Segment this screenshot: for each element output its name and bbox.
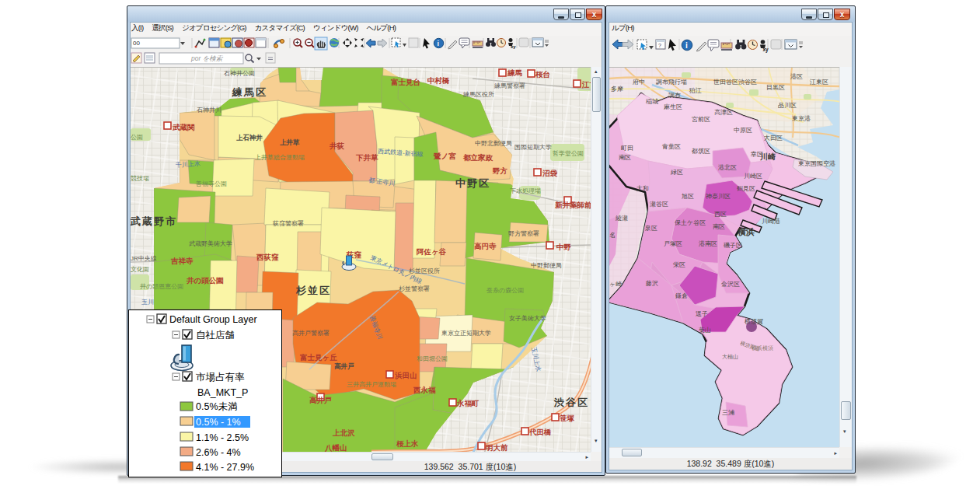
svg-text:練馬: 練馬 [507, 68, 523, 77]
svg-text:港区: 港区 [790, 73, 803, 80]
svg-text:中原区: 中原区 [734, 127, 752, 134]
svg-text:狛江: 狛江 [689, 87, 702, 94]
svg-text:中野区: 中野区 [455, 177, 490, 189]
svg-text:浜田山: 浜田山 [394, 371, 417, 379]
svg-text:高井戸: 高井戸 [309, 396, 332, 404]
svg-text:逗子: 逗子 [696, 310, 708, 317]
svg-text:蚕糸の森公園: 蚕糸の森公園 [486, 287, 524, 294]
svg-text:品川区: 品川区 [778, 102, 797, 109]
svg-text:沼袋: 沼袋 [542, 169, 558, 177]
svg-text:井の頭恩恵公園: 井の頭恩恵公園 [140, 283, 183, 290]
svg-text:武蔵野市: 武蔵野市 [131, 215, 177, 227]
svg-text:中村橋: 中村橋 [427, 76, 450, 85]
svg-text:新井薬師前: 新井薬師前 [555, 201, 591, 209]
svg-text:BA_MKT_P: BA_MKT_P [197, 387, 248, 398]
svg-text:目黒区: 目黒区 [766, 84, 785, 91]
svg-text:瀬谷区: 瀬谷区 [650, 201, 668, 208]
svg-text:石神井公園: 石神井公園 [224, 70, 255, 77]
svg-text:名: 名 [609, 232, 616, 239]
svg-text:高円寺: 高円寺 [474, 242, 497, 250]
svg-text:都立家政: 都立家政 [462, 153, 493, 162]
svg-text:西永福: 西永福 [413, 386, 436, 394]
svg-text:文化園: 文化園 [131, 266, 149, 273]
svg-text:吉祥寺: 吉祥寺 [170, 257, 194, 265]
svg-text:井の頭公園: 井の頭公園 [186, 276, 224, 285]
svg-text:0.5%未満: 0.5%未満 [196, 401, 238, 412]
svg-text:青葉区: 青葉区 [661, 143, 681, 150]
svg-text:2.6% - 4%: 2.6% - 4% [196, 447, 241, 458]
svg-text:八幡山: 八幡山 [324, 443, 347, 452]
svg-text:井荻: 井荻 [329, 142, 345, 150]
svg-text:上石神井: 上石神井 [236, 134, 263, 142]
svg-text:南区: 南区 [713, 223, 725, 230]
svg-text:善福寺公園: 善福寺公園 [196, 180, 227, 187]
svg-text:三井高井戸運動場: 三井高井戸運動場 [347, 381, 396, 388]
svg-text:旭区: 旭区 [682, 193, 694, 200]
svg-text:戸塚区: 戸塚区 [664, 240, 682, 247]
svg-text:武蔵関: 武蔵関 [172, 123, 195, 131]
svg-text:大楠山: 大楠山 [722, 354, 738, 359]
svg-text:栄区: 栄区 [673, 261, 685, 268]
svg-text:町田: 町田 [621, 145, 633, 152]
svg-text:00: 00 [133, 40, 140, 47]
svg-text:por を検索: por を検索 [190, 54, 224, 62]
svg-text:桜台: 桜台 [535, 70, 550, 79]
svg-text:JR中央線: JR中央線 [131, 255, 157, 262]
svg-text:綾瀬: 綾瀬 [616, 215, 628, 222]
svg-text:港南区: 港南区 [699, 240, 717, 247]
svg-text:高井戸: 高井戸 [334, 362, 354, 370]
svg-text:鶴見区: 鶴見区 [737, 185, 755, 192]
svg-text:西荻窪: 西荻窪 [256, 253, 279, 261]
svg-text:緑区: 緑区 [671, 169, 683, 176]
svg-text:調布飛行場: 調布飛行場 [656, 79, 687, 86]
svg-text:上北沢: 上北沢 [332, 428, 355, 437]
svg-text:4.1% - 27.9%: 4.1% - 27.9% [196, 462, 254, 473]
svg-text:神奈川区: 神奈川区 [705, 193, 731, 200]
svg-text:ヶ崎: ヶ崎 [609, 281, 622, 288]
svg-text:桜上水: 桜上水 [396, 439, 419, 448]
svg-text:金沢区: 金沢区 [720, 281, 740, 288]
svg-text:調布: 調布 [668, 92, 681, 99]
svg-text:野方警察署: 野方警察署 [508, 230, 539, 237]
svg-text:市場占有率: 市場占有率 [196, 372, 245, 383]
svg-text:江東区: 江東区 [809, 79, 828, 86]
svg-text:磯子区: 磯子区 [724, 242, 742, 249]
svg-text:川崎: 川崎 [759, 152, 776, 161]
svg-text:川崎区: 川崎区 [744, 173, 762, 180]
svg-text:府中: 府中 [633, 79, 645, 86]
svg-text:葉山: 葉山 [699, 327, 711, 334]
svg-text:下井草: 下井草 [355, 153, 378, 162]
svg-text:大田区: 大田区 [764, 135, 783, 142]
svg-text:i: i [438, 40, 440, 47]
svg-text:江古田: 江古田 [581, 80, 591, 89]
svg-text:都筑区: 都筑区 [691, 148, 710, 155]
svg-text:横浜: 横浜 [737, 227, 755, 237]
svg-text:富士見台: 富士見台 [391, 78, 420, 86]
svg-text:和田堀公園: 和田堀公園 [417, 355, 448, 362]
svg-text:女子美術大学: 女子美術大学 [509, 315, 546, 322]
svg-text:i: i [685, 41, 688, 50]
svg-text:世田谷区渋谷区: 世田谷区渋谷区 [713, 79, 757, 86]
svg-text:競技場: 競技場 [131, 175, 149, 182]
svg-text:鷺ノ宮: 鷺ノ宮 [433, 152, 456, 160]
svg-text:横須賀: 横須賀 [744, 318, 763, 325]
svg-text:武蔵野美術大学: 武蔵野美術大学 [189, 240, 232, 247]
svg-text:練馬警察署: 練馬警察署 [493, 82, 525, 89]
svg-text:鎌倉: 鎌倉 [675, 292, 688, 299]
svg-text:麻生区: 麻生区 [664, 103, 682, 110]
svg-text:?: ? [658, 43, 661, 48]
svg-text:代田橋: 代田橋 [528, 428, 552, 436]
svg-text:西区: 西区 [714, 211, 727, 218]
svg-text:港北区: 港北区 [718, 164, 737, 171]
svg-text:国際短期大学: 国際短期大学 [514, 144, 552, 151]
svg-text:Default Group Layer: Default Group Layer [169, 314, 257, 325]
svg-text:中野郵便局: 中野郵便局 [531, 262, 562, 269]
svg-text:高井戸警察署: 高井戸警察署 [292, 330, 330, 337]
svg-text:1.1% - 2.5%: 1.1% - 2.5% [196, 432, 249, 443]
svg-text:中野: 中野 [556, 243, 572, 251]
svg-text:哲学堂公園: 哲学堂公園 [553, 150, 584, 157]
svg-text:下水処理場: 下水処理場 [510, 187, 541, 194]
svg-text:稲城: 稲城 [646, 98, 658, 105]
svg-text:富士見ヶ丘: 富士見ヶ丘 [300, 353, 337, 362]
svg-text:川崎港: 川崎港 [762, 218, 780, 225]
